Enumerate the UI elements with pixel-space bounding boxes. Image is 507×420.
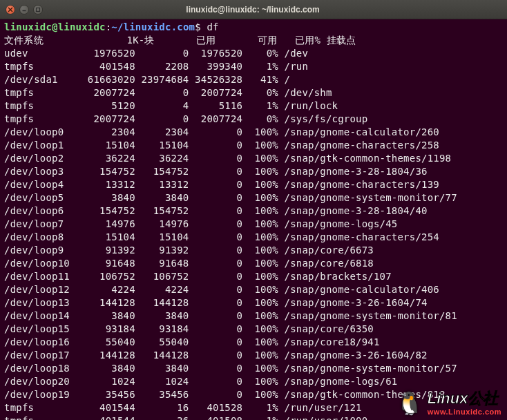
prompt-user-host: linuxidc@linuxidc [4, 21, 106, 32]
df-row: /dev/loop11 106752 106752 0 100% /snap/b… [4, 271, 392, 282]
df-row: /dev/loop4 13312 13312 0 100% /snap/gnom… [4, 179, 439, 190]
prompt-symbol: $ [195, 21, 201, 32]
window-title: linuxidc@linuxidc: ~/linuxidc.com [43, 5, 463, 15]
window-controls [6, 5, 43, 15]
df-row: /dev/loop9 91392 91392 0 100% /snap/core… [4, 245, 374, 256]
df-row: /dev/loop10 91648 91648 0 100% /snap/cor… [4, 258, 374, 269]
window-titlebar: linuxidc@linuxidc: ~/linuxidc.com [0, 0, 507, 19]
df-row: /dev/loop6 154752 154752 0 100% /snap/gn… [4, 205, 428, 216]
df-row: tmpfs 2007724 0 2007724 0% /dev/shm [4, 87, 332, 98]
df-row: /dev/loop18 3840 3840 0 100% /snap/gnome… [4, 363, 457, 374]
prompt-path: ~/linuxidc.com [111, 21, 195, 32]
df-row: /dev/loop15 93184 93184 0 100% /snap/cor… [4, 323, 374, 334]
df-row: /dev/loop12 4224 4224 0 100% /snap/gnome… [4, 284, 439, 295]
df-row: tmpfs 401544 16 401528 1% /run/user/121 [4, 402, 362, 413]
df-row: /dev/loop16 55040 55040 0 100% /snap/cor… [4, 336, 380, 347]
df-row: /dev/loop20 1024 1024 0 100% /snap/gnome… [4, 376, 398, 387]
svg-rect-0 [37, 8, 40, 11]
maximize-icon [35, 7, 41, 12]
df-row: tmpfs 5120 4 5116 1% /run/lock [4, 100, 338, 111]
df-row: /dev/loop1 15104 15104 0 100% /snap/gnom… [4, 140, 439, 151]
command-entered: df [207, 21, 218, 32]
close-icon [8, 7, 13, 12]
df-row: /dev/loop2 36224 36224 0 100% /snap/gtk-… [4, 153, 451, 164]
df-row: tmpfs 401548 2208 399340 1% /run [4, 61, 308, 72]
df-row: tmpfs 2007724 0 2007724 0% /sys/fs/cgrou… [4, 113, 367, 124]
df-row: /dev/sda1 61663020 23974684 34526328 41%… [4, 74, 290, 85]
window-minimize-button[interactable] [19, 5, 29, 15]
df-row: /dev/loop0 2304 2304 0 100% /snap/gnome-… [4, 126, 439, 137]
df-row: /dev/loop19 35456 35456 0 100% /snap/gtk… [4, 389, 446, 400]
df-row: /dev/loop3 154752 154752 0 100% /snap/gn… [4, 166, 428, 177]
minimize-icon [21, 7, 27, 12]
df-row: /dev/loop14 3840 3840 0 100% /snap/gnome… [4, 310, 457, 321]
df-header-row: 文件系统 1K-块 已用 可用 已用% 挂载点 [4, 35, 356, 46]
df-row: tmpfs 401544 36 401508 1% /run/user/1000 [4, 415, 367, 420]
terminal-output[interactable]: linuxidc@linuxidc:~/linuxidc.com$ df 文件系… [0, 19, 507, 420]
window-maximize-button[interactable] [33, 5, 43, 15]
df-row: /dev/loop5 3840 3840 0 100% /snap/gnome-… [4, 192, 457, 203]
df-row: /dev/loop8 15104 15104 0 100% /snap/gnom… [4, 231, 439, 242]
df-row: udev 1976520 0 1976520 0% /dev [4, 48, 308, 59]
window-close-button[interactable] [6, 5, 15, 15]
df-row: /dev/loop13 144128 144128 0 100% /snap/g… [4, 297, 428, 308]
df-row: /dev/loop7 14976 14976 0 100% /snap/gnom… [4, 218, 398, 229]
df-row: /dev/loop17 144128 144128 0 100% /snap/g… [4, 350, 428, 361]
